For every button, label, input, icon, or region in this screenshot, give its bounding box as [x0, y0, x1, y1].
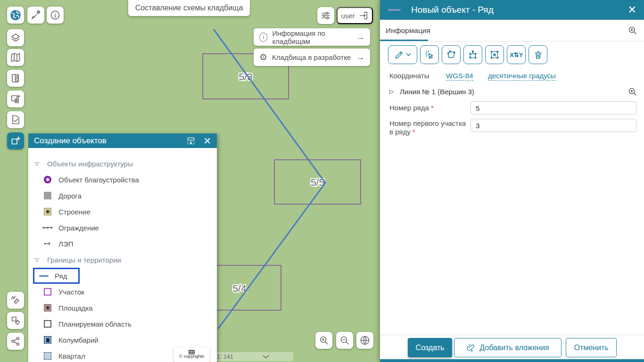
- tree-item-row-selected[interactable]: Ряд: [28, 268, 217, 284]
- close-panel-icon[interactable]: ✕: [203, 136, 211, 146]
- zoom-in-button[interactable]: [315, 332, 332, 349]
- measure-area-button[interactable]: [7, 312, 24, 329]
- close-panel-icon[interactable]: ✕: [628, 5, 636, 15]
- settings-button[interactable]: [317, 7, 334, 24]
- measure-distance-button[interactable]: [7, 292, 24, 309]
- item-label: Квартал: [58, 352, 85, 360]
- transform-rotate-icon: [489, 49, 500, 60]
- item-label: Дорога: [58, 192, 82, 200]
- info-button[interactable]: [47, 7, 64, 24]
- geometry-group-label: Линия № 1 (Вершин 3): [400, 88, 474, 96]
- dock-panel-icon[interactable]: [186, 136, 196, 146]
- columbarium-swatch-icon: [44, 336, 51, 344]
- amenity-swatch-icon: ✱: [44, 176, 51, 183]
- logout-icon: [358, 10, 369, 21]
- site-swatch-icon: ✱: [44, 304, 51, 312]
- copyright-label: © copyrights: [179, 354, 204, 359]
- reshape-polygon-icon: [446, 49, 456, 60]
- create-objects-panel: Создание объектов ✕ ▽ Объекты инфраструк…: [28, 133, 217, 362]
- create-objects-button[interactable]: [7, 132, 24, 149]
- swap-xy-tool-button[interactable]: X⇅Y: [507, 45, 526, 64]
- tab-information[interactable]: Информация: [380, 20, 436, 41]
- chevron-down-icon: ▽: [35, 257, 41, 263]
- select-tool-button[interactable]: [420, 45, 439, 64]
- first-plot-input[interactable]: [471, 119, 636, 132]
- cancel-button[interactable]: Отменить: [566, 338, 617, 357]
- pencil-icon: [394, 50, 404, 60]
- user-label: user: [341, 12, 355, 20]
- move-vertex-tool-button[interactable]: [463, 45, 482, 64]
- new-object-panel-title: Новый объект - Ряд: [411, 5, 494, 15]
- draw-tool-button[interactable]: [388, 45, 417, 64]
- coordinates-label: Координаты: [389, 72, 429, 80]
- required-asterisk: *: [431, 104, 434, 112]
- export-polygon-icon: [10, 93, 21, 105]
- app-logo-button[interactable]: [7, 7, 24, 24]
- tree-section-infrastructure[interactable]: ▽ Объекты инфраструктуры: [28, 156, 217, 172]
- panel-footer: Создать Добавить вложения Отменить: [380, 335, 644, 359]
- item-label: Планируемая область: [58, 320, 132, 328]
- compare-layers-icon: [10, 73, 21, 84]
- reshape-tool-button[interactable]: [442, 45, 461, 64]
- powerline-swatch-icon: [42, 241, 53, 246]
- required-asterisk: *: [413, 128, 415, 136]
- tasks-button[interactable]: [7, 111, 24, 128]
- map-mode-tooltip: Составление схемы кладбища: [128, 0, 250, 16]
- transform-tool-button[interactable]: [485, 45, 504, 64]
- tree-item-fence[interactable]: Ограждение: [28, 220, 217, 236]
- map-draw-line[interactable]: [214, 29, 325, 329]
- zoom-to-geometry-icon[interactable]: [627, 87, 637, 97]
- arrow-right-icon: →: [356, 33, 364, 42]
- menu-cemetery-dev[interactable]: ⚙ Кладбища в разработке →: [254, 49, 370, 66]
- tree-item-amenity[interactable]: ✱ Объект благоустройства: [28, 172, 217, 188]
- info-icon: [50, 9, 61, 21]
- building-swatch-icon: ✱: [44, 208, 51, 215]
- tree-item-site[interactable]: ✱ Площадка: [28, 300, 217, 316]
- item-label: Объект благоустройства: [58, 176, 139, 184]
- tools-button[interactable]: [27, 7, 44, 24]
- gear-icon: ⚙: [259, 53, 267, 62]
- swipe-compare-button[interactable]: [7, 70, 24, 87]
- road-swatch-icon: [44, 192, 51, 199]
- export-objects-button[interactable]: [7, 90, 24, 107]
- delete-geometry-button[interactable]: [528, 45, 547, 64]
- tree-item-building[interactable]: ✱ Строение: [28, 204, 217, 220]
- planned-area-swatch-icon: [44, 320, 51, 328]
- tree-section-borders[interactable]: ▽ Границы и территории: [28, 252, 217, 268]
- tree-item-columbarium[interactable]: Колумбарий: [28, 332, 217, 348]
- measure-distance-icon: [10, 295, 21, 306]
- item-label: Ограждение: [58, 224, 99, 232]
- plot-swatch-icon: [44, 288, 51, 296]
- tree-item-road[interactable]: Дорога: [28, 188, 217, 204]
- chevron-down-icon: [233, 355, 269, 359]
- tree-item-powerline[interactable]: ЛЭП: [28, 236, 217, 252]
- chevron-right-icon[interactable]: ▷: [389, 88, 394, 95]
- paperclip-icon: [466, 343, 475, 352]
- full-extent-button[interactable]: [356, 332, 373, 349]
- map-scale-select[interactable]: 1: 141: [213, 352, 293, 361]
- panel-zoom-icon[interactable]: [627, 25, 637, 35]
- chevron-down-icon: ▽: [35, 161, 41, 167]
- menu-cemetery-info[interactable]: i Информация по кладбищам →: [254, 28, 370, 46]
- tree-item-planned-area[interactable]: Планируемая область: [28, 316, 217, 332]
- item-label: Строение: [58, 208, 91, 216]
- scale-value: 1: 141: [217, 354, 233, 360]
- user-logout-button[interactable]: user: [337, 7, 373, 24]
- sliders-icon: [320, 10, 331, 21]
- trash-icon: [533, 50, 543, 60]
- crs-link[interactable]: WGS-84: [446, 72, 473, 81]
- coordinates-row: Координаты WGS-84 десятичные градусы: [380, 72, 644, 82]
- basemap-button[interactable]: [7, 49, 24, 66]
- zoom-out-button[interactable]: [336, 332, 353, 349]
- share-button[interactable]: [7, 333, 24, 350]
- quarter-swatch-icon: [44, 352, 51, 360]
- add-attachments-button[interactable]: Добавить вложения: [454, 338, 561, 357]
- tab-separator: [430, 24, 430, 37]
- menu-cemetery-info-label: Информация по кладбищам: [272, 29, 352, 45]
- layers-button[interactable]: [7, 29, 24, 46]
- folded-map-icon: [10, 52, 21, 63]
- tree-item-plot[interactable]: Участок: [28, 284, 217, 300]
- create-button[interactable]: Создать: [408, 338, 452, 357]
- units-link[interactable]: десятичные градусы: [488, 72, 556, 81]
- row-number-input[interactable]: [471, 101, 636, 115]
